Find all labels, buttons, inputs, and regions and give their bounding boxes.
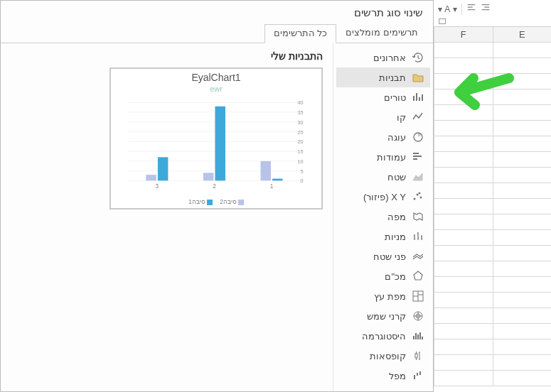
category-pie[interactable]: עוגה: [336, 127, 430, 147]
category-label: קו: [397, 112, 406, 123]
category-waterfall[interactable]: מפל: [336, 366, 430, 386]
category-boxwhisker[interactable]: קופסאות: [336, 346, 430, 366]
treemap-icon: [412, 290, 424, 303]
pie-icon: [412, 131, 424, 143]
radar-icon: [412, 270, 424, 283]
svg-text:5: 5: [300, 168, 303, 175]
folder-icon: [412, 71, 424, 84]
recent-icon: [412, 51, 424, 64]
category-label: קרני שמש: [367, 311, 406, 322]
category-label: קופסאות: [370, 351, 406, 361]
bar-icon: [412, 151, 424, 163]
category-label: מכ"ם: [385, 271, 406, 282]
waterfall-icon: [412, 369, 424, 382]
scatter-icon: [412, 190, 424, 203]
surface-icon: [412, 250, 424, 263]
category-label: תבניות: [379, 72, 406, 83]
category-label: טורים: [384, 92, 406, 103]
category-line[interactable]: קו: [336, 107, 430, 127]
category-surface[interactable]: פני שטח: [336, 246, 430, 266]
category-recent[interactable]: אחרונים: [336, 48, 430, 67]
category-bar[interactable]: עמודות: [336, 147, 430, 167]
col-header-f[interactable]: F: [434, 27, 493, 42]
sunburst-icon: [412, 310, 424, 322]
svg-point-5: [419, 192, 421, 195]
svg-point-4: [420, 197, 422, 199]
col-header-e[interactable]: E: [493, 27, 552, 42]
svg-text:1: 1: [270, 183, 274, 190]
svg-text:30: 30: [297, 119, 303, 126]
svg-rect-0: [439, 19, 446, 24]
area-icon: [412, 170, 424, 183]
category-label: X Y (פיזור): [363, 192, 406, 202]
category-label: מניות: [385, 232, 406, 242]
tab-recommended[interactable]: תרשימים מומלצים: [336, 23, 427, 43]
chart-plot: 0510152025303540123: [114, 96, 319, 197]
align-right-icon[interactable]: [481, 3, 491, 15]
svg-text:10: 10: [297, 158, 303, 165]
svg-rect-10: [414, 375, 415, 379]
template-thumbnail[interactable]: EyalChart1 ewr 0510152025303540123 סיבה2…: [109, 67, 323, 209]
category-sunburst[interactable]: קרני שמש: [336, 306, 430, 326]
tab-all-charts[interactable]: כל התרשימים: [264, 24, 337, 43]
font-size-dropdown[interactable]: ▾ A ▾: [438, 4, 457, 14]
line-icon: [412, 111, 424, 124]
boxwhisker-icon: [412, 349, 424, 362]
my-templates-heading: התבניות שלי: [11, 50, 323, 62]
category-histogram[interactable]: היסטוגרמה: [336, 326, 430, 346]
svg-text:35: 35: [297, 109, 303, 116]
svg-rect-37: [146, 175, 156, 180]
svg-text:2: 2: [213, 183, 216, 190]
category-label: מפה: [387, 212, 406, 222]
category-label: פני שטח: [373, 251, 406, 262]
category-templates[interactable]: תבניות: [336, 67, 430, 87]
stock-icon: [412, 230, 424, 243]
template-preview-pane: התבניות שלי EyalChart1 ewr 0510152025303…: [1, 43, 333, 391]
chart-title: ewr: [210, 85, 223, 93]
dialog-tabs: תרשימים מומלצים כל התרשימים: [1, 23, 433, 43]
svg-text:25: 25: [297, 129, 303, 136]
category-treemap[interactable]: מפת עץ: [336, 286, 430, 306]
svg-rect-35: [215, 107, 225, 181]
category-scatter[interactable]: X Y (פיזור): [336, 187, 430, 207]
category-label: עמודות: [377, 152, 406, 163]
svg-text:15: 15: [297, 148, 303, 155]
category-label: שטח: [387, 172, 406, 183]
align-left-icon[interactable]: [466, 3, 476, 15]
ribbon-fragment: ▾ A ▾: [434, 0, 551, 27]
svg-rect-31: [260, 161, 271, 181]
svg-text:0: 0: [300, 178, 303, 184]
category-label: עוגה: [387, 132, 406, 143]
svg-text:3: 3: [156, 183, 159, 190]
svg-rect-32: [272, 179, 283, 181]
template-name: EyalChart1: [191, 72, 240, 83]
chart-legend: סיבה2 סיבה1: [188, 198, 244, 205]
category-label: אחרונים: [373, 53, 406, 63]
svg-rect-11: [417, 373, 418, 376]
svg-point-3: [417, 194, 419, 196]
category-label: מפת עץ: [374, 291, 406, 302]
column-icon: [412, 91, 424, 104]
category-area[interactable]: שטח: [336, 167, 430, 187]
change-chart-type-dialog: שינוי סוג תרשים תרשימים מומלצים כל התרשי…: [0, 0, 434, 392]
category-map[interactable]: מפה: [336, 207, 430, 227]
category-label: מפל: [389, 371, 406, 381]
chart-category-list: אחרוניםתבניותטוריםקועוגהעמודותשטחX Y (פי…: [333, 43, 433, 391]
svg-rect-34: [203, 173, 214, 180]
histogram-icon: [412, 330, 424, 342]
svg-rect-38: [158, 157, 168, 180]
svg-text:40: 40: [297, 99, 303, 106]
category-stock[interactable]: מניות: [336, 227, 430, 246]
svg-point-2: [414, 198, 416, 200]
svg-rect-9: [415, 354, 417, 358]
svg-rect-12: [419, 371, 421, 375]
dialog-title: שינוי סוג תרשים: [1, 1, 433, 23]
svg-text:20: 20: [297, 138, 303, 145]
category-column[interactable]: טורים: [336, 87, 430, 107]
spreadsheet-grid: E F: [434, 27, 551, 392]
map-icon: [412, 210, 424, 223]
category-radar[interactable]: מכ"ם: [336, 266, 430, 286]
category-label: היסטוגרמה: [362, 331, 406, 342]
